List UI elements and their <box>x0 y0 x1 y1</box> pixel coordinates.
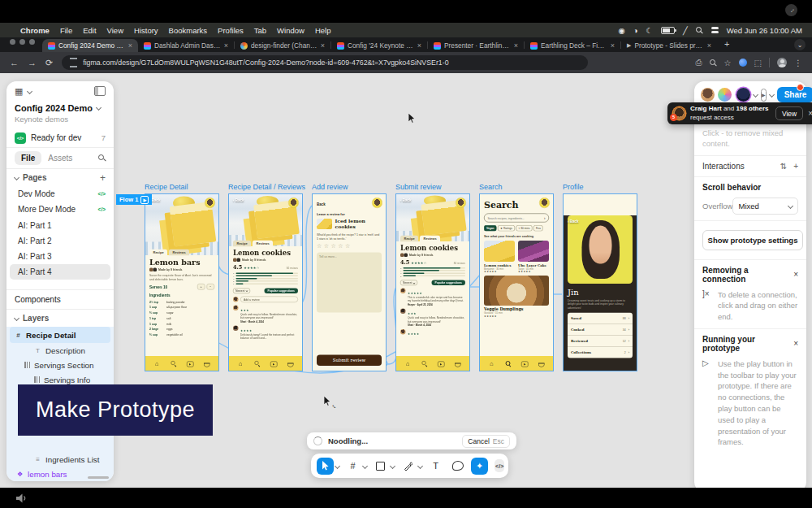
tab-config-2024-demo[interactable]: Config 2024 Demo – Figma× <box>42 39 138 52</box>
chevron-down-icon[interactable] <box>96 105 102 111</box>
frame-label-recipe-detail[interactable]: Recipe Detail <box>145 183 188 191</box>
page-more-dev-mode[interactable]: More Dev Mode</> <box>6 202 114 217</box>
tab-presenter[interactable]: Presenter · Earthling Deck - F× <box>428 39 524 52</box>
layer-servings-section[interactable]: Servings Section <box>6 358 114 372</box>
tab-earthling-deck[interactable]: Earthling Deck – Figma× <box>525 39 620 52</box>
text-tool-button[interactable]: T <box>427 458 444 475</box>
menu-bookmarks[interactable]: Bookmarks <box>169 26 208 35</box>
menu-file[interactable]: File <box>60 26 72 35</box>
collaborator-avatar[interactable] <box>718 88 732 102</box>
back-icon[interactable]: ← <box>10 58 19 67</box>
page-dev-mode[interactable]: Dev Mode</> <box>6 186 114 202</box>
frame-recipe-detail[interactable]: ‹ Back Recipe Reviews Lemon bars Made by… <box>145 193 219 371</box>
menu-history[interactable]: History <box>134 26 158 35</box>
layer-recipe-detail[interactable]: #Recipe Detail <box>10 327 110 343</box>
tab-assets[interactable]: Assets <box>48 154 72 163</box>
move-tool-button[interactable] <box>317 458 334 475</box>
share-button[interactable]: Share <box>777 87 812 102</box>
page-ai-part-4[interactable]: AI: Part 4 <box>10 264 110 280</box>
profile-avatar[interactable] <box>777 58 787 67</box>
chevron-down-icon[interactable] <box>14 175 19 180</box>
extension-icon[interactable] <box>739 59 747 67</box>
save-icon[interactable]: ⎙ <box>696 58 702 67</box>
reload-icon[interactable]: ⟳ <box>45 58 53 68</box>
frame-label-search[interactable]: Search <box>479 183 503 191</box>
layer-ingredients-list[interactable]: ≡Ingredients List <box>6 452 114 467</box>
close-icon[interactable]: × <box>808 109 812 118</box>
show-prototype-settings-button[interactable]: Show prototype settings <box>702 230 803 250</box>
frame-tool-button[interactable]: # <box>344 458 361 475</box>
volume-icon[interactable] <box>16 493 30 503</box>
frame-profile[interactable]: ‹ Back Jin Dreaming sweet treats and coo… <box>563 193 637 371</box>
frame-add-review[interactable]: Back Leave a review for Iced lemon cooki… <box>312 193 387 371</box>
overflow-dropdown[interactable]: Mixed <box>732 198 798 215</box>
tab-close-icon[interactable]: × <box>514 41 518 50</box>
tab-close-icon[interactable]: × <box>321 41 325 50</box>
chevron-down-icon[interactable] <box>335 462 340 468</box>
menu-help[interactable]: Help <box>315 26 331 35</box>
frame-label-add-review[interactable]: Add review <box>312 183 348 191</box>
comment-tool-button[interactable] <box>449 458 466 475</box>
pen-tool-button[interactable] <box>400 458 417 475</box>
layer-description[interactable]: TDescription <box>6 343 114 358</box>
browser-menu-icon[interactable]: ⋮ <box>794 59 802 67</box>
menu-window[interactable]: Window <box>277 26 304 35</box>
page-ai-part-2[interactable]: AI: Part 2 <box>6 233 114 249</box>
sidebar-toggle-icon[interactable] <box>94 86 106 96</box>
menu-profiles[interactable]: Profiles <box>218 26 244 35</box>
menu-tab[interactable]: Tab <box>254 26 266 35</box>
tab-prototype[interactable]: ▶Prototype - Slides prototype× <box>621 39 717 52</box>
control-center-icon[interactable] <box>711 27 719 33</box>
chevron-down-icon[interactable] <box>390 462 395 468</box>
chevron-down-icon[interactable] <box>769 92 775 98</box>
tab-config-keynote[interactable]: Config '24 Keynote – Figma× <box>331 39 427 52</box>
view-button[interactable]: View <box>775 106 803 120</box>
tab-close-icon[interactable]: × <box>417 41 421 50</box>
figma-canvas[interactable]: Recipe Detail Recipe Detail / Reviews Ad… <box>0 73 812 488</box>
address-bar[interactable]: figma.com/design/G7LdOm8WULPqWSN1G48utT/… <box>62 55 588 70</box>
tab-close-icon[interactable]: × <box>611 41 615 50</box>
site-settings-icon[interactable] <box>70 58 77 67</box>
frame-submit-review[interactable]: ‹ Back Recipe Reviews Lemon cookies Made… <box>395 193 470 371</box>
chevron-down-icon[interactable] <box>753 92 758 98</box>
collaborator-avatar[interactable] <box>736 88 750 102</box>
tab-close-icon[interactable]: × <box>707 41 711 50</box>
tab-close-icon[interactable]: × <box>224 41 228 50</box>
chevron-down-icon[interactable] <box>362 462 368 468</box>
tab-file[interactable]: File <box>15 151 41 165</box>
horizontal-scrollbar[interactable] <box>88 476 109 479</box>
ready-for-dev-row[interactable]: </> Ready for dev 7 <box>6 128 114 147</box>
flow-badge[interactable]: Flow 1▶ <box>116 194 152 205</box>
file-title[interactable]: Config 2024 Demo <box>15 103 93 113</box>
search-icon[interactable] <box>696 27 703 34</box>
display-icon[interactable]: ◑ <box>633 26 638 35</box>
ai-actions-button[interactable]: ✦ <box>471 458 488 475</box>
collaborator-avatar[interactable] <box>701 88 715 102</box>
lens-icon[interactable] <box>710 59 717 67</box>
tab-list-chevron[interactable]: ⌄ <box>794 39 806 50</box>
frame-label-recipe-reviews[interactable]: Recipe Detail / Reviews <box>228 183 305 191</box>
new-tab-button[interactable]: + <box>717 39 736 50</box>
dev-mode-toggle-icon[interactable]: ▶ <box>761 89 767 102</box>
frame-search[interactable]: Search Search recipes, ingredients...› V… <box>479 193 554 371</box>
page-ai-part-3[interactable]: AI: Part 3 <box>6 249 114 264</box>
add-page-icon[interactable]: + <box>100 172 106 184</box>
fullscreen-button[interactable]: ↔ <box>785 4 797 16</box>
bookmark-star-icon[interactable]: ☆ <box>724 59 732 67</box>
close-icon[interactable]: × <box>793 270 798 279</box>
frame-recipe-reviews[interactable]: ‹ Back Recipe Reviews Lemon cookies Made… <box>228 193 303 371</box>
menu-view[interactable]: View <box>107 26 123 35</box>
tab-design-finder[interactable]: design-finder (Channel) - Ub× <box>235 39 330 52</box>
shape-tool-button[interactable] <box>372 458 389 475</box>
chevron-down-icon[interactable] <box>417 462 423 468</box>
dev-mode-toggle[interactable]: </> <box>495 459 504 472</box>
swap-icon[interactable]: ⇅ <box>780 162 787 171</box>
frame-label-submit-review[interactable]: Submit review <box>395 183 442 191</box>
menu-edit[interactable]: Edit <box>83 26 96 35</box>
components-header[interactable]: Components <box>6 290 114 309</box>
tab-dashlab[interactable]: Dashlab Admin Dashboard U× <box>138 39 234 52</box>
close-icon[interactable]: × <box>793 339 798 348</box>
extensions-puzzle-icon[interactable]: ⬚ <box>754 59 762 67</box>
search-icon[interactable] <box>98 154 106 162</box>
page-ai-part-1[interactable]: AI: Part 1 <box>6 218 114 233</box>
